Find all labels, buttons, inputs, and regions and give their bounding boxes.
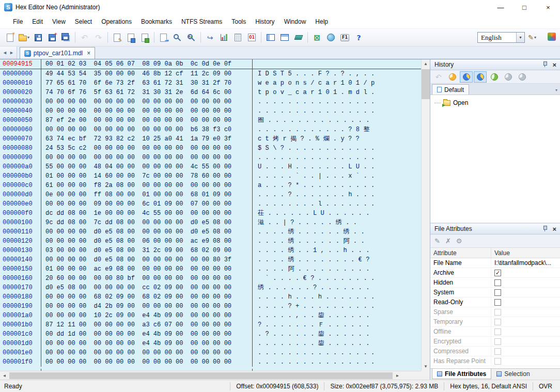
hex-row-address[interactable]: 00000060	[0, 125, 41, 134]
hex-row-address[interactable]: 00000120	[0, 237, 41, 246]
tab-scroll-left-button[interactable]: ◄	[3, 50, 7, 55]
hex-row-bytes[interactable]: 00 00 00 00 00 00 00 00 00 00 00 00 00 0…	[41, 348, 253, 357]
menu-item-ntfs-streams[interactable]: NTFS Streams	[177, 15, 227, 28]
new-file-button[interactable]	[3, 31, 17, 44]
hex-row-text[interactable]: .?......鋆......	[253, 330, 421, 339]
hex-row-address[interactable]: 000001d0	[0, 339, 41, 348]
vertical-scrollbar[interactable]: ▲ ▼	[421, 59, 430, 371]
horizontal-scrollbar[interactable]: ◄ ►	[0, 371, 421, 380]
history-tree-item-open[interactable]: Open	[434, 98, 560, 107]
hex-row-text[interactable]: .....`..|...x`..	[253, 171, 421, 181]
eraser-button[interactable]	[291, 31, 305, 44]
menu-item-tools[interactable]: Tools	[227, 15, 251, 28]
find-button[interactable]	[170, 31, 184, 44]
hex-row-address[interactable]: 00000000	[0, 69, 41, 79]
menu-item-help[interactable]: Help	[310, 15, 333, 28]
hex-row-address[interactable]: 00000050	[0, 116, 41, 125]
hex-row-text[interactable]: ........l.......	[253, 199, 421, 209]
hex-row-bytes[interactable]: 55 00 00 00 48 04 00 00 00 00 00 00 4c 5…	[41, 162, 253, 171]
vertical-scroll-thumb[interactable]	[422, 69, 430, 99]
jump-to-button[interactable]: ↪	[203, 31, 217, 44]
hex-row-bytes[interactable]: 00 00 00 00 d4 2b 09 00 00 00 00 00 00 0…	[41, 302, 253, 311]
file-attributes-close-icon[interactable]: ×	[551, 225, 557, 233]
hex-row-address[interactable]: 000000b0	[0, 171, 41, 181]
show-operation-log-button[interactable]	[474, 71, 487, 83]
menu-item-view[interactable]: View	[48, 15, 70, 28]
hex-row-bytes[interactable]: d0 e5 08 00 00 00 00 00 cc 02 09 00 00 0…	[41, 283, 253, 292]
hex-row-bytes[interactable]: 24 53 5c c2 00 00 00 00 00 00 00 00 00 0…	[41, 144, 253, 153]
hex-row-text[interactable]: ?.......Ｆ......	[253, 320, 421, 330]
text-view-button[interactable]	[277, 31, 291, 44]
hex-row-address[interactable]: 00000170	[0, 283, 41, 292]
hex-row-text[interactable]: 滋..|?.....绣..	[253, 218, 421, 227]
menu-item-bookmarks[interactable]: Bookmarks	[136, 15, 177, 28]
vertical-scroll-track[interactable]	[422, 68, 430, 362]
menu-item-window[interactable]: Window	[279, 15, 311, 28]
tab-selection[interactable]: Selection	[491, 369, 535, 379]
hex-row-bytes[interactable]: 49 44 53 54 35 00 00 00 46 8b 12 cf 11 2…	[41, 69, 253, 79]
customize-button[interactable]	[548, 33, 556, 42]
hex-row-text[interactable]: 囿..............	[253, 116, 421, 125]
hex-row-address[interactable]: 00000090	[0, 153, 41, 162]
language-select[interactable]: English ▾	[477, 32, 525, 43]
status-overwrite-mode[interactable]: OVR	[533, 382, 558, 390]
close-button[interactable]: ×	[536, 0, 560, 14]
online-search-button[interactable]	[324, 31, 338, 44]
hex-row-text[interactable]: ....绣......绣..	[253, 227, 421, 237]
history-options-button[interactable]	[446, 71, 459, 83]
save-button[interactable]	[31, 31, 45, 44]
scroll-down-icon[interactable]: ▼	[422, 362, 430, 371]
statistics-button[interactable]	[217, 31, 231, 44]
document-tab[interactable]: S ptpov_car101.mdl ×	[20, 47, 95, 59]
paste-hex-button[interactable]	[138, 31, 152, 44]
next-state-button[interactable]	[516, 71, 528, 83]
hex-row-bytes[interactable]: 00 00 00 00 d0 e5 08 00 06 00 00 00 ac e…	[41, 237, 253, 246]
hex-row-address[interactable]: 00000040	[0, 106, 41, 116]
hex-row-text[interactable]: ................	[253, 97, 421, 106]
hex-row-text[interactable]: IDST5...F?.?.,..	[253, 69, 421, 79]
hex-row-bytes[interactable]: 87 ef 2e 00 00 00 00 00 00 00 00 00 00 0…	[41, 116, 253, 125]
hex-row-text[interactable]: `....€?........	[253, 274, 421, 283]
hex-row-address[interactable]: 00000140	[0, 255, 41, 264]
hex-row-bytes[interactable]: 87 12 11 00 00 00 00 00 a3 c6 07 00 00 0…	[41, 320, 253, 330]
edit-modify-button[interactable]	[110, 31, 124, 44]
hex-row-text[interactable]: weapons/car101/p	[253, 79, 421, 88]
hex-row-text[interactable]: ....绣........€?	[253, 255, 421, 264]
hex-row-text[interactable]: a...?*..........	[253, 181, 421, 190]
hex-row-bytes[interactable]: 00 00 00 00 10 2c 09 00 e4 4b 09 00 00 0…	[41, 311, 253, 320]
hex-row-text[interactable]: U...H.......LU..	[253, 162, 421, 171]
hex-row-address[interactable]: 000000e0	[0, 199, 41, 209]
hex-row-bytes[interactable]: 00 00 00 00 00 00 00 00 00 00 00 00 00 0…	[41, 357, 253, 367]
scroll-up-icon[interactable]: ▲	[422, 59, 430, 68]
hex-row-address[interactable]: 00000020	[0, 88, 41, 97]
menu-item-history[interactable]: History	[251, 15, 279, 28]
hex-row-text[interactable]: 绣......?.......	[253, 283, 421, 292]
previous-state-button[interactable]	[502, 71, 515, 83]
hex-row-address[interactable]: 00000080	[0, 144, 41, 153]
hex-grid[interactable]: 00094915 00 01 02 03 04 05 06 07 08 09 0…	[0, 59, 421, 371]
save-all-button[interactable]	[59, 31, 73, 44]
scroll-left-icon[interactable]: ◄	[0, 371, 9, 380]
show-history-pane-button[interactable]	[460, 71, 473, 83]
status-format[interactable]: Hex bytes, 16, Default ANSI	[444, 382, 533, 390]
hex-row-bytes[interactable]: 00 00 00 00 00 00 00 00 00 00 00 00 b6 3…	[41, 125, 253, 134]
hex-row-address[interactable]: 00000070	[0, 134, 41, 144]
menu-item-file[interactable]: File	[8, 15, 27, 28]
hex-row-bytes[interactable]: 20 60 00 00 00 00 80 bf 00 00 00 00 00 0…	[41, 274, 253, 283]
hex-row-address[interactable]: 00000150	[0, 264, 41, 274]
binary-editor-button[interactable]: 01	[245, 31, 259, 44]
hex-row-text[interactable]: ....阿..........	[253, 264, 421, 274]
hex-row-address[interactable]: 000000a0	[0, 162, 41, 171]
hex-row-text[interactable]: 茌......LU......	[253, 209, 421, 218]
hex-row-text[interactable]: ................	[253, 106, 421, 116]
hex-row-address[interactable]: 000000d0	[0, 190, 41, 199]
hex-row-text[interactable]: tpov_car101.mdl.	[253, 88, 421, 97]
hex-row-bytes[interactable]: 01 00 00 00 ac e9 08 00 00 00 00 00 00 0…	[41, 264, 253, 274]
hex-row-address[interactable]: 000001e0	[0, 348, 41, 357]
hex-row-text[interactable]: ................	[253, 348, 421, 357]
save-as-button[interactable]	[45, 31, 59, 44]
hex-row-address[interactable]: 00000180	[0, 292, 41, 302]
hex-row-address[interactable]: 00000100	[0, 218, 41, 227]
history-tree[interactable]: Open	[430, 95, 560, 223]
apply-attributes-button[interactable]: ✎	[434, 237, 440, 245]
